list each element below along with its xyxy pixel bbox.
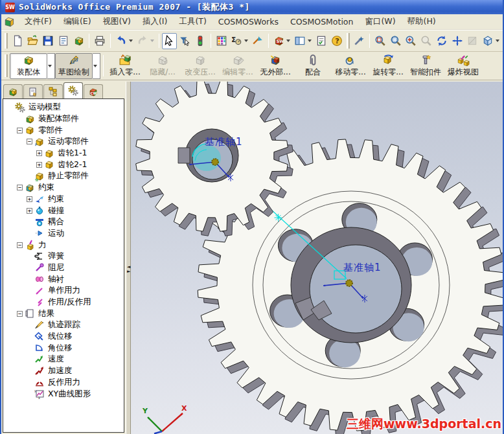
motionmanager-tab[interactable]: [63, 82, 83, 98]
toolbar-grip[interactable]: [5, 54, 8, 77]
open-button[interactable]: [25, 33, 41, 49]
featuremanager-tab[interactable]: [3, 84, 23, 98]
tree-item-coupling[interactable]: 耦合: [6, 216, 124, 228]
menu-help[interactable]: 帮助(H): [402, 14, 441, 29]
tree-expander-minus[interactable]: −: [27, 139, 32, 144]
tree-expander-plus[interactable]: +: [36, 150, 42, 156]
tree-expander-minus[interactable]: −: [17, 242, 23, 248]
tree-expander-plus[interactable]: +: [36, 162, 42, 168]
dropdown-caret-icon[interactable]: [129, 40, 133, 42]
tree-item-acceleration[interactable]: 加速度: [6, 365, 124, 377]
tree-item-moving-components[interactable]: −运动零部件: [6, 136, 124, 148]
zoom-inout-button[interactable]: [404, 33, 419, 49]
hide-component-button[interactable]: 隐藏/...: [144, 53, 181, 79]
zoom-selection-button[interactable]: [418, 33, 434, 49]
tree-item-damper[interactable]: 阻尼: [6, 262, 124, 274]
sketch-button[interactable]: 草图绘制: [55, 53, 93, 79]
tree-expander-minus[interactable]: −: [17, 311, 23, 317]
save-button[interactable]: [40, 33, 56, 49]
toolbar-grip[interactable]: [347, 33, 350, 49]
menu-view[interactable]: 视图(V): [98, 14, 136, 29]
toggle-simulation-button[interactable]: [192, 33, 208, 49]
tree-expander-minus[interactable]: −: [17, 185, 23, 190]
tree-item-motion-model[interactable]: 运动模型: [6, 102, 124, 113]
tree-item-forces-group[interactable]: −力: [6, 239, 124, 251]
panel-splitter[interactable]: ◄►: [126, 82, 131, 434]
task-pane-button[interactable]: [292, 33, 308, 49]
tree-item-gear1-1[interactable]: +齿轮1-1: [6, 148, 124, 159]
menu-cosmosworks[interactable]: COSMOSWorks: [213, 15, 284, 29]
new-document-button[interactable]: [10, 33, 25, 49]
tree-item-fixed-components[interactable]: 静止零部件: [6, 170, 124, 182]
tree-item-gear2-1[interactable]: +齿轮2-1: [6, 159, 124, 170]
exploded-view-button[interactable]: 爆炸视图: [444, 53, 482, 79]
measure-button[interactable]: Σ: [229, 33, 244, 49]
model-canvas[interactable]: XY: [131, 82, 503, 434]
no-external-ref-button[interactable]: 无外部...: [257, 53, 294, 79]
tree-item-trace-path[interactable]: 轨迹跟踪: [6, 319, 124, 331]
menu-cosmosmotion[interactable]: COSMOSMotion: [285, 15, 358, 29]
help-button[interactable]: ?: [329, 33, 345, 49]
configurationmanager-tab[interactable]: [43, 84, 63, 98]
menu-file[interactable]: 文件(F): [19, 14, 57, 29]
undo-button[interactable]: [113, 33, 129, 49]
propertymanager-tab[interactable]: [23, 84, 43, 98]
toolbar-grip[interactable]: [5, 33, 8, 49]
tree-item-constraint[interactable]: +约束: [6, 194, 124, 205]
graphics-viewport[interactable]: XY 基准轴1 基准轴1 三维网www.3dportal.cn: [131, 82, 503, 434]
tree-item-action-reaction[interactable]: 作用/反作用: [6, 297, 124, 308]
tree-item-xy-plot[interactable]: yxXY曲线图形: [6, 388, 124, 400]
tree-item-collision[interactable]: +碰撞: [6, 205, 124, 216]
smart-fasteners-button[interactable]: 智能扣件: [407, 53, 444, 79]
redo-button[interactable]: [135, 33, 150, 49]
mate-button[interactable]: 配合: [294, 53, 332, 79]
edit-part-button[interactable]: 编辑零...: [219, 53, 257, 79]
view-orientation-button[interactable]: [480, 33, 496, 49]
edit-color-button[interactable]: [214, 33, 229, 49]
section-view-button[interactable]: [464, 33, 480, 49]
assembly-toolbar-button-dropdown[interactable]: [47, 53, 55, 79]
menu-window[interactable]: 窗口(W): [360, 14, 400, 29]
tree-expander-plus[interactable]: +: [27, 196, 32, 202]
rebuild-check-button[interactable]: [250, 33, 266, 49]
cosmosworks-tab[interactable]: CW: [84, 84, 103, 98]
solidworks-resources-button[interactable]: SW: [271, 33, 287, 49]
dropdown-caret-icon[interactable]: [308, 40, 312, 42]
tree-item-components[interactable]: −零部件: [6, 124, 124, 136]
tree-item-single-force[interactable]: 单作用力: [6, 285, 124, 297]
insert-component-button[interactable]: 插入零...: [106, 53, 144, 79]
make-drawing-button[interactable]: [56, 33, 71, 49]
move-component-button[interactable]: 移动零...: [332, 53, 369, 79]
tree-expander-minus[interactable]: −: [17, 128, 23, 133]
tree-item-spring[interactable]: 弹簧: [6, 251, 124, 262]
sketch-button-dropdown[interactable]: [93, 53, 100, 79]
dropdown-caret-icon[interactable]: [286, 40, 290, 42]
tree-expander-plus[interactable]: +: [27, 208, 32, 214]
tree-item-linear-displacement[interactable]: 线位移: [6, 331, 124, 343]
tree-item-angular-displacement[interactable]: 角位移: [6, 342, 124, 354]
assembly-toolbar-button[interactable]: 装配体: [10, 53, 47, 79]
selection-filter-button[interactable]: [177, 33, 192, 49]
tree-item-reaction-force[interactable]: 反作用力: [6, 377, 124, 389]
dropdown-caret-icon[interactable]: [496, 40, 499, 42]
rotate-view-button[interactable]: [434, 33, 450, 49]
view-seed-button[interactable]: [352, 33, 367, 49]
menu-insert[interactable]: 插入(I): [137, 14, 172, 29]
menu-tools[interactable]: 工具(T): [174, 14, 211, 29]
tree-item-constraints-group[interactable]: −约束: [6, 182, 124, 194]
dropdown-caret-icon[interactable]: [244, 40, 248, 42]
splitter-collapse-icon[interactable]: ◄►: [127, 265, 130, 274]
rotate-component-button[interactable]: 旋转零...: [369, 53, 407, 79]
design-checker-button[interactable]: [314, 33, 329, 49]
change-suppression-button[interactable]: 改变压...: [181, 53, 219, 79]
tree-item-velocity[interactable]: 速度: [6, 354, 124, 365]
tree-item-motion[interactable]: 运动: [6, 228, 124, 240]
select-button[interactable]: [162, 33, 178, 49]
zoom-area-button[interactable]: [388, 33, 404, 49]
dropdown-caret-icon[interactable]: [150, 40, 154, 42]
zoom-fit-button[interactable]: [372, 33, 388, 49]
tree-item-assembly-components[interactable]: 装配体部件: [6, 113, 124, 125]
menu-edit[interactable]: 编辑(E): [58, 14, 97, 29]
tree-item-bushing[interactable]: 轴衬: [6, 273, 124, 285]
print-button[interactable]: [92, 33, 108, 49]
